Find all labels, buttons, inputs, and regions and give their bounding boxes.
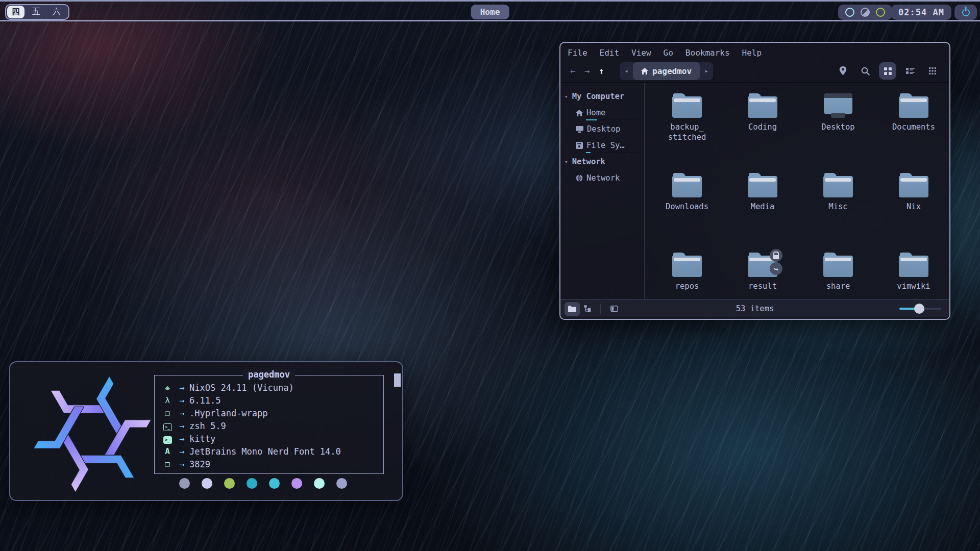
- menu-bookmarks[interactable]: Bookmarks: [685, 48, 730, 58]
- slider-handle[interactable]: [914, 304, 924, 314]
- clock[interactable]: 02:54 AM: [891, 5, 951, 20]
- folder-icon: ↪: [748, 253, 777, 277]
- nix-flake-icon: ❋: [161, 383, 174, 392]
- power-button[interactable]: [954, 5, 977, 20]
- folder-item-misc[interactable]: Misc: [823, 169, 853, 248]
- folder-label: Misc: [828, 202, 847, 212]
- grid-view-icon: [884, 67, 892, 75]
- sidebar: ▾ My Computer Home Desktop File Sy…: [560, 83, 645, 299]
- section-label: Network: [572, 157, 605, 166]
- file-manager-window: File Edit View Go Bookmarks Help ← → ↑ ◂…: [559, 42, 950, 320]
- lock-emblem-icon: [770, 249, 782, 262]
- folder-label: share: [826, 281, 850, 291]
- terminal-color-palette: [179, 478, 347, 489]
- path-left-chevron-icon[interactable]: ◂: [620, 67, 633, 74]
- path-segment-home[interactable]: pagedmov: [633, 62, 700, 80]
- search-icon: [861, 67, 870, 76]
- packages-value: 3829: [189, 459, 210, 469]
- icon-view-button[interactable]: [879, 62, 896, 80]
- sidebar-item-desktop[interactable]: Desktop: [560, 121, 644, 137]
- show-folders-toggle[interactable]: [565, 302, 580, 316]
- workspace-4[interactable]: 四: [7, 6, 24, 18]
- globe-icon: [576, 174, 583, 182]
- arrow-icon: →: [174, 446, 189, 457]
- folder-icon: [823, 173, 853, 197]
- folder-item-media[interactable]: Media: [748, 169, 777, 248]
- package-cube-icon: ❒: [161, 459, 174, 469]
- folder-item-desktop[interactable]: Desktop: [821, 89, 854, 169]
- fetch-hostname: pagedmov: [243, 369, 295, 380]
- list-view-icon: [906, 67, 915, 74]
- folder-label: vimwiki: [897, 281, 930, 291]
- collapse-arrow-icon: ▾: [565, 159, 568, 165]
- palette-dot: [247, 478, 257, 489]
- workspace-6[interactable]: 六: [48, 6, 65, 18]
- back-button[interactable]: ←: [566, 66, 580, 76]
- show-tree-toggle[interactable]: [580, 302, 595, 316]
- sidebar-item-label: File Sy…: [586, 141, 625, 150]
- sidebar-section-my-computer[interactable]: ▾ My Computer: [560, 88, 644, 105]
- section-label: My Computer: [572, 92, 625, 101]
- sidebar-item-network[interactable]: Network: [560, 170, 644, 186]
- menu-view[interactable]: View: [631, 48, 651, 58]
- folder-item-coding[interactable]: Coding: [748, 89, 777, 169]
- sidebar-item-filesystem[interactable]: File Sy…: [560, 137, 644, 154]
- tray-circle-lavender-icon[interactable]: [861, 8, 870, 17]
- path-bar: ◂ pagedmov ▸: [620, 62, 713, 80]
- palette-dot: [224, 478, 235, 489]
- menu-go[interactable]: Go: [664, 48, 673, 58]
- toolbar: ← → ↑ ◂ pagedmov ▸: [560, 60, 949, 82]
- menu-edit[interactable]: Edit: [600, 48, 620, 58]
- terminal-window: pagedmov ❋ → NixOS 24.11 (Vicuna) λ → 6.…: [9, 361, 403, 501]
- palette-dot: [269, 478, 280, 489]
- menu-file[interactable]: File: [568, 48, 587, 58]
- folder-label: repos: [675, 281, 699, 291]
- shell-icon: >_: [161, 421, 174, 431]
- folder-icon: [748, 173, 777, 197]
- compact-view-button[interactable]: [924, 62, 941, 80]
- up-button[interactable]: ↑: [594, 66, 608, 76]
- disk-usage-bar: [586, 119, 638, 120]
- folder-icon: [899, 93, 928, 118]
- status-bar: 53 items: [560, 299, 949, 317]
- wm-value: .Hyprland-wrapp: [189, 408, 268, 418]
- kernel-value: 6.11.5: [189, 395, 220, 406]
- folder-item-backup-stitched[interactable]: backup_ stitched: [668, 89, 706, 169]
- zoom-slider[interactable]: [899, 304, 941, 314]
- folder-label: result: [748, 281, 777, 291]
- shell-value: zsh 5.9: [189, 421, 226, 431]
- fetch-row-packages: ❒ → 3829: [161, 458, 383, 470]
- folder-label: Media: [751, 202, 775, 212]
- folder-item-nix[interactable]: Nix: [899, 169, 928, 248]
- fetch-row-os: ❋ → NixOS 24.11 (Vicuna): [161, 381, 383, 394]
- folder-label: backup_ stitched: [668, 122, 706, 142]
- list-view-button[interactable]: [901, 62, 919, 80]
- nixos-logo: [29, 373, 156, 495]
- tray-circle-cyan-icon[interactable]: [845, 8, 854, 17]
- folder-item-downloads[interactable]: Downloads: [666, 169, 708, 248]
- arrow-icon: →: [174, 383, 189, 393]
- terminal-icon: >_: [161, 434, 174, 444]
- sidebar-item-label: Home: [586, 108, 605, 117]
- forward-button[interactable]: →: [580, 66, 594, 76]
- location-button[interactable]: [834, 62, 851, 80]
- sidebar-item-label: Desktop: [587, 124, 620, 134]
- folder-icon: [568, 306, 576, 312]
- folder-icon: [823, 253, 853, 277]
- active-window-title[interactable]: Home: [471, 5, 509, 19]
- path-right-chevron-icon[interactable]: ▸: [700, 67, 713, 74]
- workspace-5[interactable]: 五: [28, 6, 45, 18]
- folder-icon: [899, 253, 928, 277]
- status-divider: [600, 304, 601, 314]
- fetch-row-terminal: >_ → kitty: [161, 432, 383, 445]
- arrow-icon: →: [174, 395, 189, 406]
- window-manager-icon: ❐: [161, 408, 174, 418]
- side-pane-toggle[interactable]: [606, 302, 622, 316]
- folder-item-documents[interactable]: Documents: [892, 89, 935, 169]
- folder-label: Coding: [748, 122, 777, 132]
- sidebar-item-home[interactable]: Home: [560, 105, 644, 121]
- tray-circle-green-icon[interactable]: [876, 8, 885, 17]
- menu-help[interactable]: Help: [742, 48, 762, 58]
- search-button[interactable]: [856, 62, 874, 80]
- sidebar-section-network[interactable]: ▾ Network: [560, 154, 644, 170]
